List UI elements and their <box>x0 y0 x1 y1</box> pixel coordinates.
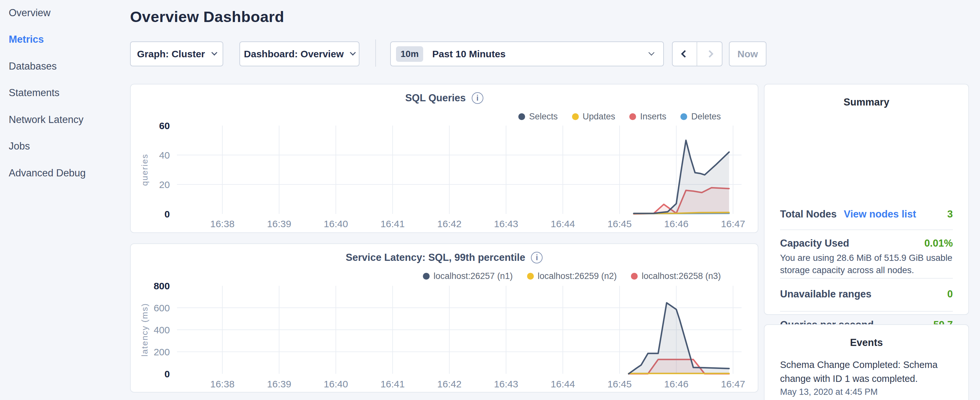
sidebar-item-databases[interactable]: Databases <box>9 59 57 73</box>
svg-text:16:40: 16:40 <box>324 218 348 229</box>
summary-title: Summary <box>765 96 968 108</box>
previous-time-button[interactable] <box>673 42 697 66</box>
chevron-left-icon <box>681 50 689 57</box>
svg-text:16:39: 16:39 <box>267 379 291 389</box>
sidebar-item-network-latency[interactable]: Network Latency <box>9 113 83 127</box>
summary-row-unavailable-ranges: Unavailable ranges 0 <box>780 288 953 300</box>
time-range-selector[interactable]: 10m Past 10 Minutes <box>390 41 664 66</box>
event-timestamp: May 13, 2020 at 4:45 PM <box>780 387 878 397</box>
summary-value: 3 <box>947 209 953 220</box>
now-button[interactable]: Now <box>729 41 767 66</box>
svg-text:20: 20 <box>159 179 170 190</box>
svg-text:latency (ms): latency (ms) <box>140 303 150 357</box>
now-button-label: Now <box>737 49 758 59</box>
sidebar: Overview Metrics Databases Statements Ne… <box>0 0 129 400</box>
svg-text:16:45: 16:45 <box>607 379 632 389</box>
event-message[interactable]: Schema Change Completed: Schema change w… <box>780 358 954 386</box>
summary-value: 0.01% <box>924 237 953 249</box>
page-title: Overview Dashboard <box>130 8 285 25</box>
graph-scope-dropdown[interactable]: Graph: Cluster <box>130 41 223 66</box>
divider <box>780 278 953 279</box>
svg-text:16:44: 16:44 <box>550 379 575 389</box>
summary-label: Total Nodes <box>780 209 837 220</box>
sidebar-item-advanced-debug[interactable]: Advanced Debug <box>9 166 86 180</box>
chevron-right-icon <box>706 50 713 57</box>
summary-row-capacity-used: Capacity Used 0.01% <box>780 237 953 249</box>
chevron-down-icon <box>211 49 217 55</box>
events-panel: Events Schema Change Completed: Schema c… <box>764 324 969 400</box>
svg-text:16:46: 16:46 <box>664 218 689 229</box>
time-range-label: Past 10 Minutes <box>432 49 506 59</box>
svg-text:16:46: 16:46 <box>664 379 689 389</box>
svg-text:16:42: 16:42 <box>437 379 461 389</box>
summary-value: 0 <box>947 288 953 300</box>
time-range-badge: 10m <box>396 46 423 62</box>
service-latency-chart-card: Service Latency: SQL, 99th percentile i … <box>130 243 758 392</box>
chevron-down-icon <box>350 49 356 55</box>
svg-text:16:42: 16:42 <box>437 218 461 229</box>
svg-text:600: 600 <box>154 303 170 313</box>
svg-text:400: 400 <box>154 325 170 335</box>
dashboard-dropdown[interactable]: Dashboard: Overview <box>239 41 360 66</box>
svg-text:40: 40 <box>159 150 170 161</box>
svg-text:16:41: 16:41 <box>380 218 405 229</box>
svg-text:16:38: 16:38 <box>210 379 235 389</box>
summary-subtext: You are using 28.6 MiB of 515.9 GiB usab… <box>780 252 954 276</box>
overview-dashboard-page: { "sidebar": { "items": [ { "label": "Ov… <box>0 0 980 400</box>
summary-label: Unavailable ranges <box>780 288 872 300</box>
svg-text:16:43: 16:43 <box>494 218 518 229</box>
controls-divider <box>375 40 376 67</box>
svg-text:16:47: 16:47 <box>721 379 745 389</box>
next-time-button[interactable] <box>697 42 722 66</box>
sidebar-item-metrics[interactable]: Metrics <box>9 32 44 46</box>
graph-scope-dropdown-label: Graph: Cluster <box>137 49 205 59</box>
sidebar-item-statements[interactable]: Statements <box>9 86 59 100</box>
time-step-buttons <box>672 41 722 66</box>
svg-text:200: 200 <box>154 347 170 357</box>
dashboard-dropdown-label: Dashboard: Overview <box>244 49 344 59</box>
sql-queries-plot[interactable]: 020406016:3816:3916:4016:4116:4216:4316:… <box>131 84 758 233</box>
view-nodes-list-link[interactable]: View nodes list <box>844 209 916 220</box>
sql-queries-chart-card: SQL Queries i Selects Updates Inserts De… <box>130 84 758 233</box>
svg-text:16:38: 16:38 <box>210 218 235 229</box>
summary-row-total-nodes: Total Nodes View nodes list 3 <box>780 209 953 220</box>
service-latency-plot[interactable]: 020040060080016:3816:3916:4016:4116:4216… <box>131 244 758 392</box>
svg-text:queries: queries <box>140 154 150 186</box>
svg-text:16:41: 16:41 <box>380 379 405 389</box>
svg-text:16:45: 16:45 <box>607 218 632 229</box>
sidebar-item-jobs[interactable]: Jobs <box>9 139 30 153</box>
svg-text:16:44: 16:44 <box>550 218 575 229</box>
svg-text:0: 0 <box>164 369 170 379</box>
svg-text:0: 0 <box>164 209 170 220</box>
summary-panel: Summary Total Nodes View nodes list 3 Ca… <box>764 84 969 315</box>
chevron-down-icon <box>648 49 654 55</box>
divider <box>780 311 953 312</box>
svg-text:16:43: 16:43 <box>494 379 518 389</box>
svg-text:16:40: 16:40 <box>324 379 348 389</box>
svg-text:60: 60 <box>159 120 170 131</box>
svg-text:16:39: 16:39 <box>267 218 291 229</box>
divider <box>780 229 953 230</box>
events-title: Events <box>765 337 968 349</box>
svg-text:16:47: 16:47 <box>721 218 745 229</box>
svg-text:800: 800 <box>154 280 170 291</box>
summary-label: Capacity Used <box>780 237 849 249</box>
sidebar-item-overview[interactable]: Overview <box>9 6 51 20</box>
